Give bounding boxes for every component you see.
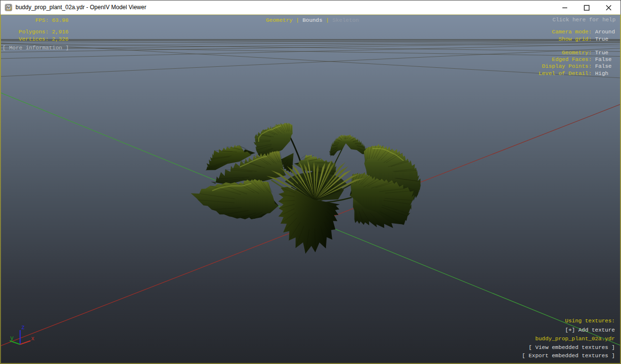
svg-text:x: x [31, 335, 34, 342]
svg-text:IV: IV [7, 5, 10, 10]
svg-text:z: z [21, 324, 25, 331]
svg-text:y: y [10, 335, 14, 342]
